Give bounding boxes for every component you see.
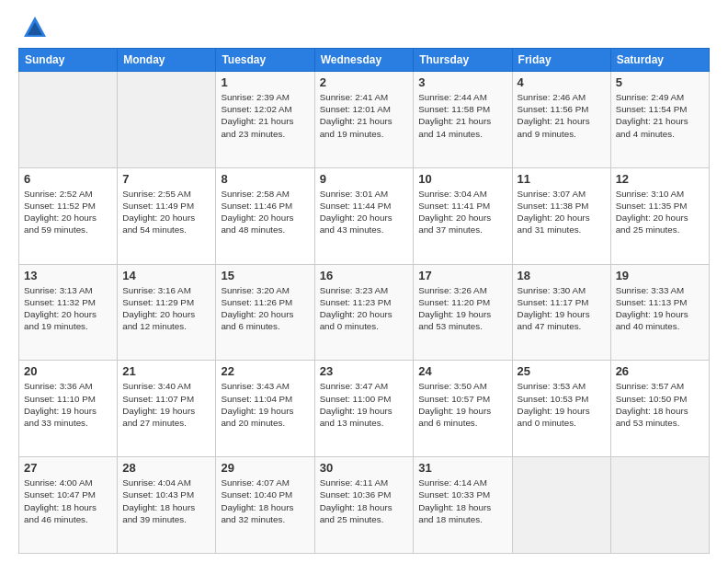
day-number: 10 [418,172,506,186]
calendar-cell: 12Sunrise: 3:10 AM Sunset: 11:35 PM Dayl… [610,167,709,264]
day-info: Sunrise: 4:00 AM Sunset: 10:47 PM Daylig… [24,477,112,525]
calendar-cell: 18Sunrise: 3:30 AM Sunset: 11:17 PM Dayl… [512,264,610,361]
week-row-5: 27Sunrise: 4:00 AM Sunset: 10:47 PM Dayl… [19,457,710,554]
calendar-cell [610,457,709,554]
week-row-2: 6Sunrise: 2:52 AM Sunset: 11:52 PM Dayli… [19,167,710,264]
day-info: Sunrise: 4:14 AM Sunset: 10:33 PM Daylig… [418,477,506,525]
day-info: Sunrise: 2:39 AM Sunset: 12:02 AM Daylig… [221,91,309,140]
day-number: 18 [518,269,606,282]
day-header-thursday: Thursday [414,49,512,72]
header [18,15,710,40]
day-number: 26 [616,364,704,378]
calendar-cell: 2Sunrise: 2:41 AM Sunset: 12:01 AM Dayli… [314,72,414,168]
day-number: 22 [221,364,309,378]
calendar-cell: 19Sunrise: 3:33 AM Sunset: 11:13 PM Dayl… [610,264,709,361]
day-number: 28 [122,461,210,475]
day-info: Sunrise: 3:30 AM Sunset: 11:17 PM Daylig… [518,284,606,333]
day-info: Sunrise: 2:55 AM Sunset: 11:49 PM Daylig… [122,188,210,236]
day-number: 7 [122,172,210,186]
calendar-cell: 1Sunrise: 2:39 AM Sunset: 12:02 AM Dayli… [216,72,314,168]
calendar-cell: 6Sunrise: 2:52 AM Sunset: 11:52 PM Dayli… [19,167,118,264]
day-number: 25 [518,364,606,378]
day-info: Sunrise: 4:07 AM Sunset: 10:40 PM Daylig… [221,477,309,525]
calendar-cell: 24Sunrise: 3:50 AM Sunset: 10:57 PM Dayl… [414,361,512,457]
day-number: 2 [320,75,409,89]
day-info: Sunrise: 2:49 AM Sunset: 11:54 PM Daylig… [616,91,704,140]
calendar-cell: 4Sunrise: 2:46 AM Sunset: 11:56 PM Dayli… [512,72,610,168]
calendar-cell: 22Sunrise: 3:43 AM Sunset: 11:04 PM Dayl… [216,361,314,457]
calendar-cell: 5Sunrise: 2:49 AM Sunset: 11:54 PM Dayli… [610,72,709,168]
day-header-wednesday: Wednesday [314,49,414,72]
day-info: Sunrise: 3:23 AM Sunset: 11:23 PM Daylig… [320,284,409,333]
day-number: 9 [320,172,409,186]
calendar: SundayMondayTuesdayWednesdayThursdayFrid… [18,48,710,554]
calendar-cell [19,72,118,168]
day-number: 24 [418,364,506,378]
day-info: Sunrise: 3:50 AM Sunset: 10:57 PM Daylig… [418,380,506,429]
day-number: 23 [320,364,409,378]
day-info: Sunrise: 3:40 AM Sunset: 11:07 PM Daylig… [122,380,210,429]
day-info: Sunrise: 4:11 AM Sunset: 10:36 PM Daylig… [320,477,409,525]
calendar-cell: 17Sunrise: 3:26 AM Sunset: 11:20 PM Dayl… [414,264,512,361]
day-number: 31 [418,461,506,475]
calendar-header: SundayMondayTuesdayWednesdayThursdayFrid… [19,49,710,72]
calendar-cell: 11Sunrise: 3:07 AM Sunset: 11:38 PM Dayl… [512,167,610,264]
day-info: Sunrise: 3:36 AM Sunset: 11:10 PM Daylig… [24,380,112,429]
calendar-body: 1Sunrise: 2:39 AM Sunset: 12:02 AM Dayli… [19,72,710,554]
calendar-cell: 26Sunrise: 3:57 AM Sunset: 10:50 PM Dayl… [610,361,709,457]
day-header-monday: Monday [118,49,216,72]
calendar-cell: 29Sunrise: 4:07 AM Sunset: 10:40 PM Dayl… [216,457,314,554]
day-number: 20 [24,364,112,378]
day-number: 19 [616,269,704,282]
logo [18,15,48,40]
day-info: Sunrise: 3:07 AM Sunset: 11:38 PM Daylig… [518,188,606,236]
day-headers-row: SundayMondayTuesdayWednesdayThursdayFrid… [19,49,710,72]
day-number: 12 [616,172,704,186]
day-number: 1 [221,75,309,89]
day-info: Sunrise: 3:13 AM Sunset: 11:32 PM Daylig… [24,284,112,333]
calendar-cell: 8Sunrise: 2:58 AM Sunset: 11:46 PM Dayli… [216,167,314,264]
calendar-cell: 9Sunrise: 3:01 AM Sunset: 11:44 PM Dayli… [314,167,414,264]
day-number: 15 [221,269,309,282]
calendar-cell: 20Sunrise: 3:36 AM Sunset: 11:10 PM Dayl… [19,361,118,457]
day-number: 4 [518,75,606,89]
calendar-cell: 28Sunrise: 4:04 AM Sunset: 10:43 PM Dayl… [118,457,216,554]
day-info: Sunrise: 3:53 AM Sunset: 10:53 PM Daylig… [518,380,606,429]
calendar-cell: 15Sunrise: 3:20 AM Sunset: 11:26 PM Dayl… [216,264,314,361]
day-number: 14 [122,269,210,282]
day-number: 27 [24,461,112,475]
day-info: Sunrise: 4:04 AM Sunset: 10:43 PM Daylig… [122,477,210,525]
day-info: Sunrise: 2:58 AM Sunset: 11:46 PM Daylig… [221,188,309,236]
calendar-cell: 3Sunrise: 2:44 AM Sunset: 11:58 PM Dayli… [414,72,512,168]
calendar-cell: 27Sunrise: 4:00 AM Sunset: 10:47 PM Dayl… [19,457,118,554]
day-number: 30 [320,461,409,475]
day-info: Sunrise: 2:41 AM Sunset: 12:01 AM Daylig… [320,91,409,140]
day-info: Sunrise: 3:43 AM Sunset: 11:04 PM Daylig… [221,380,309,429]
day-header-friday: Friday [512,49,610,72]
day-number: 11 [518,172,606,186]
day-header-saturday: Saturday [610,49,709,72]
day-info: Sunrise: 3:33 AM Sunset: 11:13 PM Daylig… [616,284,704,333]
day-number: 16 [320,269,409,282]
calendar-cell: 14Sunrise: 3:16 AM Sunset: 11:29 PM Dayl… [118,264,216,361]
calendar-cell: 31Sunrise: 4:14 AM Sunset: 10:33 PM Dayl… [414,457,512,554]
day-info: Sunrise: 3:10 AM Sunset: 11:35 PM Daylig… [616,188,704,236]
day-info: Sunrise: 3:47 AM Sunset: 11:00 PM Daylig… [320,380,409,429]
day-number: 17 [418,269,506,282]
day-number: 21 [122,364,210,378]
calendar-cell: 23Sunrise: 3:47 AM Sunset: 11:00 PM Dayl… [314,361,414,457]
calendar-cell: 30Sunrise: 4:11 AM Sunset: 10:36 PM Dayl… [314,457,414,554]
week-row-3: 13Sunrise: 3:13 AM Sunset: 11:32 PM Dayl… [19,264,710,361]
day-info: Sunrise: 3:20 AM Sunset: 11:26 PM Daylig… [221,284,309,333]
page: SundayMondayTuesdayWednesdayThursdayFrid… [0,0,728,563]
day-number: 3 [418,75,506,89]
calendar-cell: 7Sunrise: 2:55 AM Sunset: 11:49 PM Dayli… [118,167,216,264]
day-info: Sunrise: 3:26 AM Sunset: 11:20 PM Daylig… [418,284,506,333]
day-info: Sunrise: 3:01 AM Sunset: 11:44 PM Daylig… [320,188,409,236]
day-number: 8 [221,172,309,186]
week-row-4: 20Sunrise: 3:36 AM Sunset: 11:10 PM Dayl… [19,361,710,457]
day-header-sunday: Sunday [19,49,118,72]
day-info: Sunrise: 3:57 AM Sunset: 10:50 PM Daylig… [616,380,704,429]
day-number: 5 [616,75,704,89]
calendar-cell: 25Sunrise: 3:53 AM Sunset: 10:53 PM Dayl… [512,361,610,457]
